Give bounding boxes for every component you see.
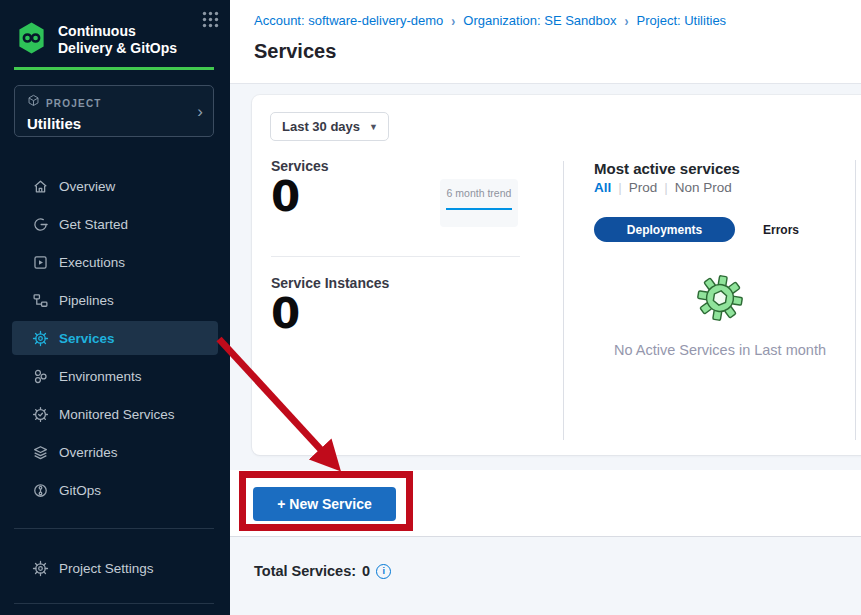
harness-cd-logo-icon[interactable] — [16, 21, 47, 59]
module-header: Continuous Delivery & GitOps — [16, 21, 214, 59]
timeframe-dropdown[interactable]: Last 30 days ▼ — [270, 112, 389, 141]
chevron-right-icon: › — [451, 12, 455, 28]
filter-separator: | — [618, 180, 622, 195]
breadcrumb-account[interactable]: Account: software-delivery-demo — [254, 13, 443, 28]
sidebar-item-monitored-services[interactable]: Monitored Services — [0, 395, 230, 433]
project-name: Utilities — [27, 115, 203, 132]
sidebar-item-pipelines[interactable]: Pipelines — [0, 281, 230, 319]
sidebar-item-gitops[interactable]: GitOps — [0, 471, 230, 509]
page-header: Account: software-delivery-demo › Organi… — [230, 0, 861, 84]
sidebar-item-label: Project Settings — [59, 561, 154, 576]
tab-deployments[interactable]: Deployments — [594, 217, 735, 242]
sidebar-item-services[interactable]: Services — [12, 321, 218, 355]
sidebar-item-label: Overrides — [59, 445, 118, 460]
module-accent-underline — [14, 67, 214, 70]
total-services-row: Total Services: 0 i — [254, 563, 391, 579]
project-selector[interactable]: PROJECT Utilities › — [14, 85, 214, 137]
filter-non-prod[interactable]: Non Prod — [675, 180, 732, 195]
breadcrumb-project[interactable]: Project: Utilities — [637, 13, 727, 28]
trend-label: 6 month trend — [440, 187, 518, 199]
env-filter: All | Prod | Non Prod — [594, 180, 846, 195]
gitops-icon — [32, 482, 49, 499]
executions-icon — [32, 254, 49, 271]
tab-errors[interactable]: Errors — [763, 223, 799, 237]
main-area: Account: software-delivery-demo › Organi… — [230, 0, 861, 615]
sidebar-item-label: Pipelines — [59, 293, 114, 308]
filter-separator: | — [664, 180, 668, 195]
sidebar-item-label: Services — [59, 331, 115, 346]
chevron-down-icon: ▼ — [369, 122, 378, 132]
sidebar-item-overrides[interactable]: Overrides — [0, 433, 230, 471]
trend-sparkline — [446, 208, 512, 210]
info-icon[interactable]: i — [376, 564, 391, 579]
pipelines-icon — [32, 292, 49, 309]
breadcrumb-organization[interactable]: Organization: SE Sandbox — [463, 13, 616, 28]
sidebar-item-environments[interactable]: Environments — [0, 357, 230, 395]
most-active-title: Most active services — [594, 160, 846, 177]
card-right-divider — [855, 160, 856, 440]
filter-prod[interactable]: Prod — [629, 180, 658, 195]
module-title: Continuous Delivery & GitOps — [58, 21, 177, 57]
card-vertical-divider — [563, 161, 564, 440]
services-dashboard-card: Last 30 days ▼ Services 0 6 month trend … — [252, 95, 861, 455]
home-icon — [32, 178, 49, 195]
sidebar-divider — [14, 528, 214, 529]
service-instances-value: 0 — [271, 292, 300, 336]
empty-state-text: No Active Services in Last month — [594, 342, 846, 358]
empty-state-gear-icon — [697, 308, 743, 325]
total-services-value: 0 — [362, 563, 370, 579]
services-gear-icon — [32, 330, 49, 347]
stats-divider — [271, 256, 520, 257]
six-month-trend-widget[interactable]: 6 month trend — [440, 179, 518, 227]
sidebar-item-label: Get Started — [59, 217, 128, 232]
sidebar-item-get-started[interactable]: Get Started — [0, 205, 230, 243]
filter-all[interactable]: All — [594, 180, 611, 195]
sidebar: Continuous Delivery & GitOps PROJECT Uti… — [0, 0, 230, 615]
project-label: PROJECT — [46, 98, 102, 109]
new-service-button[interactable]: + New Service — [253, 487, 396, 521]
settings-gear-icon — [32, 560, 49, 577]
total-services-label: Total Services: — [254, 563, 356, 579]
most-active-services-panel: Most active services All | Prod | Non Pr… — [594, 160, 846, 358]
cube-icon — [27, 94, 40, 112]
services-count-value: 0 — [271, 175, 300, 219]
sidebar-item-label: GitOps — [59, 483, 101, 498]
breadcrumb: Account: software-delivery-demo › Organi… — [254, 13, 861, 28]
chevron-right-icon: › — [197, 102, 203, 122]
get-started-icon — [32, 216, 49, 233]
sidebar-item-overview[interactable]: Overview — [0, 167, 230, 205]
timeframe-value: Last 30 days — [282, 119, 360, 134]
module-switcher-grid-icon[interactable] — [201, 10, 220, 33]
overrides-layers-icon — [32, 444, 49, 461]
sidebar-nav: Overview Get Started Executions — [0, 167, 230, 509]
sidebar-item-label: Environments — [59, 369, 142, 384]
sidebar-item-label: Monitored Services — [59, 407, 175, 422]
sidebar-item-label: Overview — [59, 179, 115, 194]
sidebar-divider — [14, 603, 214, 604]
monitored-services-icon — [32, 406, 49, 423]
environments-icon — [32, 368, 49, 385]
sidebar-item-project-settings[interactable]: Project Settings — [0, 549, 230, 587]
services-toolbar: + New Service — [230, 470, 861, 537]
page-title: Services — [254, 40, 861, 63]
sidebar-item-label: Executions — [59, 255, 125, 270]
empty-state: No Active Services in Last month — [594, 274, 846, 358]
chevron-right-icon: › — [625, 12, 629, 28]
sidebar-item-executions[interactable]: Executions — [0, 243, 230, 281]
